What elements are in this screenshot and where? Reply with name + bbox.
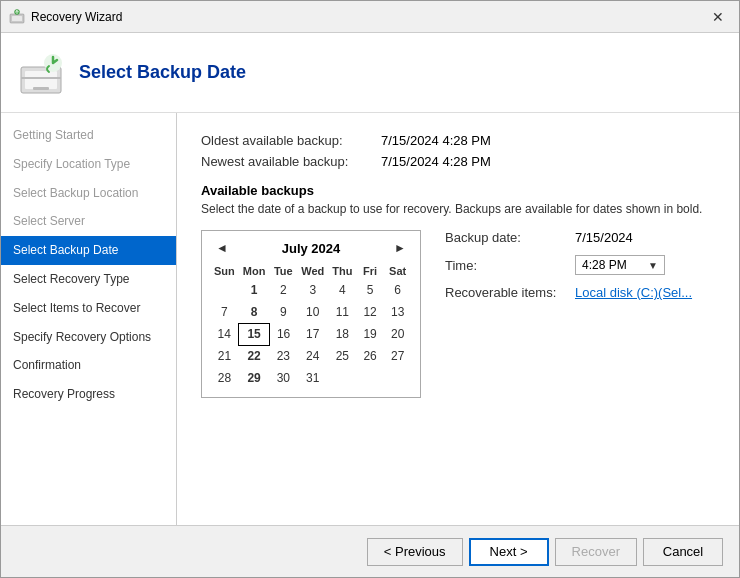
calendar-day[interactable]: 15 — [239, 323, 270, 345]
window-title: Recovery Wizard — [31, 10, 705, 24]
backup-details: Backup date: 7/15/2024 Time: 4:28 PM ▼ R… — [445, 230, 715, 310]
calendar: ◄ July 2024 ► Sun Mon Tue Wed Thu — [201, 230, 421, 398]
calendar-day[interactable]: 30 — [269, 367, 297, 389]
calendar-day[interactable]: 28 — [210, 367, 239, 389]
calendar-day[interactable]: 4 — [328, 279, 356, 301]
sidebar-item-recovery-progress[interactable]: Recovery Progress — [1, 380, 176, 409]
sidebar-item-getting-started[interactable]: Getting Started — [1, 121, 176, 150]
newest-backup-row: Newest available backup: 7/15/2024 4:28 … — [201, 154, 715, 169]
calendar-day[interactable]: 24 — [297, 345, 328, 367]
calendar-day[interactable]: 7 — [210, 301, 239, 323]
recover-button[interactable]: Recover — [555, 538, 637, 566]
calendar-day[interactable]: 20 — [384, 323, 412, 345]
cancel-button[interactable]: Cancel — [643, 538, 723, 566]
calendar-day[interactable]: 27 — [384, 345, 412, 367]
svg-rect-1 — [12, 16, 22, 21]
sidebar-item-select-server[interactable]: Select Server — [1, 207, 176, 236]
close-button[interactable]: ✕ — [705, 6, 731, 28]
sidebar-item-specify-location-type[interactable]: Specify Location Type — [1, 150, 176, 179]
calendar-day[interactable]: 3 — [297, 279, 328, 301]
calendar-day — [210, 279, 239, 301]
newest-backup-value: 7/15/2024 4:28 PM — [381, 154, 491, 169]
calendar-month-year: July 2024 — [282, 241, 341, 256]
cal-header-mon: Mon — [239, 263, 270, 279]
cal-header-thu: Thu — [328, 263, 356, 279]
sidebar-item-select-backup-location[interactable]: Select Backup Location — [1, 179, 176, 208]
page-title: Select Backup Date — [79, 62, 246, 83]
time-row: Time: 4:28 PM ▼ — [445, 255, 715, 275]
page-header: Select Backup Date — [1, 33, 739, 113]
chevron-down-icon: ▼ — [648, 260, 658, 271]
calendar-day[interactable]: 18 — [328, 323, 356, 345]
calendar-day[interactable]: 5 — [356, 279, 383, 301]
svg-rect-6 — [33, 87, 49, 90]
calendar-day[interactable]: 13 — [384, 301, 412, 323]
cal-header-fri: Fri — [356, 263, 383, 279]
calendar-day[interactable]: 11 — [328, 301, 356, 323]
calendar-prev-button[interactable]: ◄ — [210, 239, 234, 257]
recoverable-items-label: Recoverable items: — [445, 285, 575, 300]
sidebar-item-select-recovery-type[interactable]: Select Recovery Type — [1, 265, 176, 294]
sidebar-item-select-backup-date[interactable]: Select Backup Date — [1, 236, 176, 265]
available-backups-desc: Select the date of a backup to use for r… — [201, 202, 715, 216]
main-content: Oldest available backup: 7/15/2024 4:28 … — [177, 113, 739, 525]
calendar-day[interactable]: 23 — [269, 345, 297, 367]
calendar-grid: Sun Mon Tue Wed Thu Fri Sat 123456789101… — [210, 263, 412, 389]
backup-date-value: 7/15/2024 — [575, 230, 633, 245]
calendar-day — [356, 367, 383, 389]
oldest-backup-value: 7/15/2024 4:28 PM — [381, 133, 491, 148]
oldest-backup-row: Oldest available backup: 7/15/2024 4:28 … — [201, 133, 715, 148]
header-icon — [17, 49, 65, 97]
recoverable-items-link[interactable]: Local disk (C:)(Sel... — [575, 285, 692, 300]
calendar-day[interactable]: 31 — [297, 367, 328, 389]
sidebar-item-confirmation[interactable]: Confirmation — [1, 351, 176, 380]
sidebar: Getting Started Specify Location Type Se… — [1, 113, 177, 525]
window: Recovery Wizard ✕ Select Backup Date Get… — [0, 0, 740, 578]
calendar-day[interactable]: 1 — [239, 279, 270, 301]
cal-header-sun: Sun — [210, 263, 239, 279]
cal-header-wed: Wed — [297, 263, 328, 279]
time-label: Time: — [445, 258, 575, 273]
available-backups-title: Available backups — [201, 183, 715, 198]
calendar-day — [384, 367, 412, 389]
previous-button[interactable]: < Previous — [367, 538, 463, 566]
calendar-next-button[interactable]: ► — [388, 239, 412, 257]
footer: < Previous Next > Recover Cancel — [1, 525, 739, 577]
body: Getting Started Specify Location Type Se… — [1, 113, 739, 525]
calendar-day[interactable]: 14 — [210, 323, 239, 345]
calendar-day[interactable]: 22 — [239, 345, 270, 367]
calendar-day[interactable]: 12 — [356, 301, 383, 323]
backup-date-row: Backup date: 7/15/2024 — [445, 230, 715, 245]
calendar-day[interactable]: 9 — [269, 301, 297, 323]
cal-header-tue: Tue — [269, 263, 297, 279]
recoverable-items-row: Recoverable items: Local disk (C:)(Sel..… — [445, 285, 715, 300]
calendar-day[interactable]: 10 — [297, 301, 328, 323]
calendar-day[interactable]: 19 — [356, 323, 383, 345]
calendar-day[interactable]: 2 — [269, 279, 297, 301]
calendar-day[interactable]: 26 — [356, 345, 383, 367]
content-area: ◄ July 2024 ► Sun Mon Tue Wed Thu — [201, 230, 715, 398]
svg-rect-5 — [21, 77, 61, 79]
calendar-day[interactable]: 8 — [239, 301, 270, 323]
calendar-day[interactable]: 17 — [297, 323, 328, 345]
calendar-day[interactable]: 29 — [239, 367, 270, 389]
next-button[interactable]: Next > — [469, 538, 549, 566]
title-bar: Recovery Wizard ✕ — [1, 1, 739, 33]
time-select[interactable]: 4:28 PM ▼ — [575, 255, 665, 275]
backup-date-label: Backup date: — [445, 230, 575, 245]
time-value: 4:28 PM — [582, 258, 627, 272]
sidebar-item-select-items-to-recover[interactable]: Select Items to Recover — [1, 294, 176, 323]
recovery-wizard-icon — [9, 9, 25, 25]
oldest-backup-label: Oldest available backup: — [201, 133, 381, 148]
sidebar-item-specify-recovery-options[interactable]: Specify Recovery Options — [1, 323, 176, 352]
calendar-day[interactable]: 6 — [384, 279, 412, 301]
calendar-day[interactable]: 16 — [269, 323, 297, 345]
cal-header-sat: Sat — [384, 263, 412, 279]
svg-rect-4 — [25, 71, 57, 89]
calendar-day[interactable]: 21 — [210, 345, 239, 367]
calendar-nav: ◄ July 2024 ► — [210, 239, 412, 257]
calendar-day[interactable]: 25 — [328, 345, 356, 367]
calendar-day — [328, 367, 356, 389]
newest-backup-label: Newest available backup: — [201, 154, 381, 169]
